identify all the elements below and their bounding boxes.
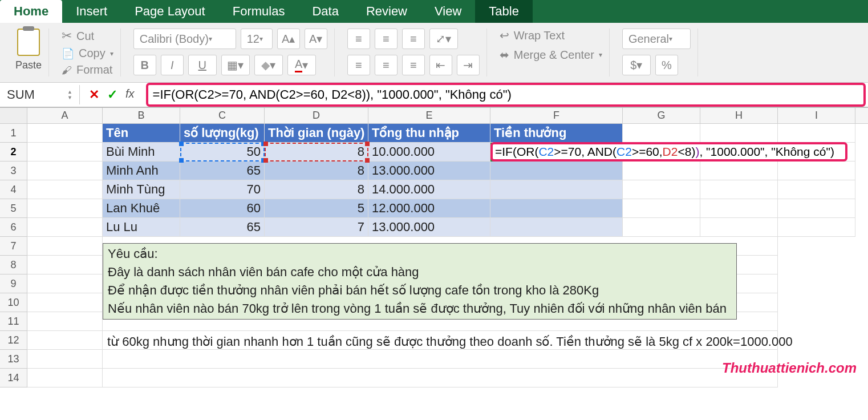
row-header-4[interactable]: 4: [0, 180, 27, 199]
row-header-5[interactable]: 5: [0, 199, 27, 218]
cell-a7[interactable]: [27, 237, 103, 256]
cell-c4[interactable]: 70: [180, 180, 265, 199]
font-name-select[interactable]: Calibri (Body): [133, 29, 236, 49]
cell-i4[interactable]: [778, 180, 855, 199]
underline-button[interactable]: U: [188, 55, 217, 75]
cell-f4[interactable]: [490, 180, 623, 199]
format-painter-button[interactable]: Format: [62, 63, 113, 76]
cell-g6[interactable]: [623, 218, 700, 237]
cell-d2[interactable]: 8: [265, 143, 368, 161]
cell-g1[interactable]: [623, 124, 700, 143]
align-middle-button[interactable]: ≡: [375, 29, 398, 49]
cell-a12[interactable]: [27, 331, 103, 350]
row-header-1[interactable]: 1: [0, 124, 27, 143]
cell-f5[interactable]: [490, 199, 623, 218]
cut-button[interactable]: Cut: [62, 29, 113, 43]
cell-a4[interactable]: [27, 180, 103, 199]
cell-a2[interactable]: [27, 143, 103, 161]
font-size-select[interactable]: 12: [241, 29, 273, 49]
cell-a13[interactable]: [27, 350, 103, 369]
cell-e1[interactable]: Tổng thu nhập: [368, 124, 490, 143]
cell-e6[interactable]: 13.000.000: [368, 218, 490, 237]
col-header-h[interactable]: H: [700, 108, 778, 123]
cell-h6[interactable]: [700, 218, 778, 237]
cell-d1[interactable]: Thời gian (ngày): [265, 124, 368, 143]
fx-icon[interactable]: fx: [125, 87, 135, 102]
cell-d5[interactable]: 5: [265, 199, 368, 218]
cell-c2[interactable]: 50: [180, 143, 265, 161]
cell-h1[interactable]: [700, 124, 778, 143]
cell-b4[interactable]: Minh Tùng: [103, 180, 180, 199]
row-header-12[interactable]: 12: [0, 331, 27, 350]
bold-button[interactable]: B: [133, 55, 156, 75]
cell-c3[interactable]: 65: [180, 161, 265, 180]
tab-formulas[interactable]: Formulas: [219, 0, 299, 23]
tab-review[interactable]: Review: [352, 0, 421, 23]
number-format-select[interactable]: General: [622, 29, 691, 49]
cell-e2[interactable]: 10.000.000: [368, 143, 490, 161]
copy-button[interactable]: Copy ▾: [62, 47, 113, 60]
tab-data[interactable]: Data: [298, 0, 352, 23]
row-header-10[interactable]: 10: [0, 293, 27, 312]
cell-a9[interactable]: [27, 274, 103, 293]
percent-button[interactable]: %: [655, 55, 678, 75]
paste-icon[interactable]: [17, 29, 40, 56]
merge-center-button[interactable]: Merge & Center ▾: [500, 48, 602, 62]
cell-b1[interactable]: Tên: [103, 124, 180, 143]
cell-d3[interactable]: 8: [265, 161, 368, 180]
cell-e3[interactable]: 13.000.000: [368, 161, 490, 180]
row-header-8[interactable]: 8: [0, 256, 27, 274]
tab-table[interactable]: Table: [475, 0, 533, 23]
col-header-c[interactable]: C: [180, 108, 265, 123]
border-button[interactable]: ▦▾: [221, 55, 250, 75]
name-box[interactable]: SUM ▲▼: [0, 85, 80, 104]
col-header-e[interactable]: E: [368, 108, 490, 123]
align-left-button[interactable]: ≡: [347, 55, 370, 75]
cell-row14[interactable]: [103, 369, 778, 387]
increase-indent-button[interactable]: ⇥: [457, 55, 480, 75]
col-header-i[interactable]: I: [778, 108, 855, 123]
cell-f1[interactable]: Tiền thưởng: [490, 124, 623, 143]
cell-e4[interactable]: 14.000.000: [368, 180, 490, 199]
cell-d4[interactable]: 8: [265, 180, 368, 199]
cell-a14[interactable]: [27, 369, 103, 387]
cell-f2-editor[interactable]: =IF(OR(C2>=70, AND(C2>=60, D2<8)), "1000…: [490, 142, 847, 161]
cell-e5[interactable]: 12.000.000: [368, 199, 490, 218]
cell-a11[interactable]: [27, 312, 103, 331]
row-header-9[interactable]: 9: [0, 274, 27, 293]
align-bottom-button[interactable]: ≡: [402, 29, 425, 49]
cell-h5[interactable]: [700, 199, 778, 218]
cell-g5[interactable]: [623, 199, 700, 218]
tab-insert[interactable]: Insert: [62, 0, 121, 23]
row-header-7[interactable]: 7: [0, 237, 27, 256]
align-center-button[interactable]: ≡: [375, 55, 398, 75]
cell-f3[interactable]: [490, 161, 623, 180]
cell-a5[interactable]: [27, 199, 103, 218]
cell-i3[interactable]: [778, 161, 855, 180]
tab-home[interactable]: Home: [0, 0, 62, 23]
orientation-button[interactable]: ⤢▾: [429, 29, 458, 49]
cell-i6[interactable]: [778, 218, 855, 237]
tab-view[interactable]: View: [421, 0, 475, 23]
cell-a6[interactable]: [27, 218, 103, 237]
cell-c5[interactable]: 60: [180, 199, 265, 218]
cell-f6[interactable]: [490, 218, 623, 237]
row-header-14[interactable]: 14: [0, 369, 27, 387]
fill-color-button[interactable]: ◆▾: [254, 55, 283, 75]
cell-b2[interactable]: Bùi Minh: [103, 143, 180, 161]
font-color-button[interactable]: A▾: [287, 55, 316, 75]
align-top-button[interactable]: ≡: [347, 29, 370, 49]
increase-font-button[interactable]: A▴: [277, 29, 300, 49]
row-header-2[interactable]: 2: [0, 143, 27, 161]
cell-c1[interactable]: số lượng(kg): [180, 124, 265, 143]
col-header-a[interactable]: A: [27, 108, 103, 123]
col-header-g[interactable]: G: [623, 108, 700, 123]
col-header-b[interactable]: B: [103, 108, 180, 123]
decrease-font-button[interactable]: A▾: [305, 29, 327, 49]
cell-c6[interactable]: 65: [180, 218, 265, 237]
cell-a3[interactable]: [27, 161, 103, 180]
cell-row13[interactable]: [103, 350, 778, 369]
cell-i5[interactable]: [778, 199, 855, 218]
cell-a10[interactable]: [27, 293, 103, 312]
italic-button[interactable]: I: [161, 55, 184, 75]
